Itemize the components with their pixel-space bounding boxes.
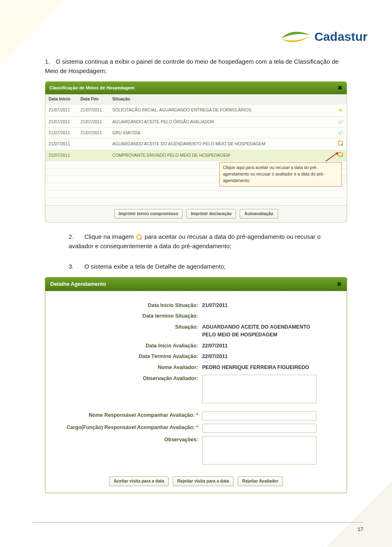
value-data-termino-avaliacao: 22/07/2011 (202, 352, 337, 360)
table-row: 21/07/2011 21/07/2011 SOLICITAÇÃO INICIA… (45, 104, 347, 116)
tag-icon[interactable]: 🏷 (336, 129, 344, 138)
textarea-observacao-avaliador[interactable] (202, 375, 316, 403)
self-evaluation-button[interactable]: Autoavaliação (240, 209, 278, 219)
callout-tooltip: Clique aqui para aceitar ou recusar a da… (219, 162, 342, 186)
label-data-inicio-avaliacao: Data Início Avaliação: (55, 341, 202, 350)
classification-panel-header: Classificação de Meios de Hospedagem ✖ (45, 82, 347, 94)
magnifier-icon[interactable] (338, 140, 343, 146)
col-data-inicio: Data Início (45, 94, 77, 104)
col-action (334, 94, 347, 104)
classification-panel-footer: Imprimir termo compromisso Imprimir decl… (45, 205, 347, 222)
table-row (45, 191, 347, 198)
table-row: Clique aqui para aceitar ou recusar a da… (45, 161, 347, 169)
value-nome-avaliador: PEDRO HENRIQUE FERREIRA FIGUEIREDO (202, 363, 337, 371)
value-data-termino-situacao (202, 311, 337, 312)
sun-icon[interactable]: ☀ (338, 107, 343, 113)
detail-panel-header: Detalhe Agendamento ✖ (45, 278, 347, 291)
tag-icon[interactable]: 🏷 (336, 118, 344, 127)
label-data-termino-avaliacao: Data Término Avaliação: (55, 352, 202, 360)
label-data-termino-situacao: Data termino Situação: (55, 311, 202, 320)
page-number: 17 (358, 526, 363, 532)
step-3-text: O sistema exibe a tela de Detalhe de age… (85, 263, 226, 270)
close-icon[interactable]: ✖ (338, 84, 343, 92)
step-1-number: 1. (45, 57, 54, 67)
magnifier-icon (136, 234, 143, 240)
step-2: 2. Clique na imagem para aceitar ou recu… (45, 232, 347, 251)
label-nome-avaliador: Nome Avaliador: (55, 363, 202, 371)
step-3-number: 3. (69, 262, 78, 271)
detail-panel: Detalhe Agendamento ✖ Data Inicio Situaç… (45, 277, 347, 493)
label-cargo-responsavel: Cargo(Função) Responsável Acompanhar Ava… (55, 423, 202, 431)
label-observacao-avaliador: Observação Avaliador: (55, 374, 202, 382)
table-row: 21/07/2011 21/07/2011 GRU EMITIDA 🏷 (45, 127, 347, 138)
detail-panel-footer: Aceitar visita para a data Rejeitar visi… (45, 472, 347, 493)
brand-logo: Cadastur (24, 29, 368, 45)
classification-table: Data Início Data Fim Situação 21/07/2011… (45, 94, 347, 205)
col-data-fim: Data Fim (77, 94, 109, 104)
step-2-text-before: Clique na imagem (85, 233, 136, 240)
step-2-number: 2. (69, 232, 78, 242)
logo-text: Cadastur (314, 30, 368, 44)
table-row: 21/07/2011 21/07/2011 AGUARDANDO ACEITE … (45, 116, 347, 127)
label-observacoes: Observações: (55, 435, 202, 444)
input-nome-responsavel[interactable] (202, 411, 316, 420)
logo-swoosh-icon (279, 29, 312, 45)
table-row: 21/07/2011 COMPROVANTE ENVIADO PELO MEIO… (45, 150, 347, 161)
print-term-button[interactable]: Imprimir termo compromisso (114, 209, 183, 219)
step-1: 1. O sistema continua a exibir o painel … (45, 57, 347, 76)
classification-panel: Classificação de Meios de Hospedagem ✖ D… (45, 81, 347, 222)
table-row: 21/07/2011 AGUARDANDO ACEITE DO AGENDAME… (45, 138, 347, 150)
col-situacao: Situação (109, 94, 334, 104)
input-cargo-responsavel[interactable] (202, 424, 316, 433)
detail-panel-title: Detalhe Agendamento (50, 280, 106, 288)
classification-panel-title: Classificação de Meios de Hospedagem (49, 84, 134, 91)
label-nome-responsavel: Nome Responsável Acompanhar Avaliação:* (55, 411, 202, 419)
footer-divider (33, 522, 363, 523)
textarea-observacoes[interactable] (202, 436, 316, 465)
print-declaration-button[interactable]: Imprimir declaração (186, 209, 236, 219)
label-data-inicio-situacao: Data Inicio Situação: (55, 301, 202, 309)
value-data-inicio-avaliacao: 22/07/2011 (202, 341, 337, 350)
accept-visit-button[interactable]: Aceitar visita para a data (109, 476, 169, 486)
reject-evaluator-button[interactable]: Rejeitar Avaliador (238, 476, 283, 486)
value-situacao: AGUARDANDO ACEITE DO AGENDAMENTO PELO ME… (202, 322, 325, 339)
step-3: 3. O sistema exibe a tela de Detalhe de … (45, 262, 347, 271)
value-data-inicio-situacao: 21/07/2011 (202, 301, 337, 309)
step-1-text: O sistema continua a exibir o painel de … (45, 58, 339, 74)
reject-visit-button[interactable]: Rejeitar visita para a data (173, 476, 234, 486)
table-row (45, 198, 347, 205)
label-situacao: Situação: (55, 322, 202, 331)
close-icon[interactable]: ✖ (337, 280, 342, 289)
